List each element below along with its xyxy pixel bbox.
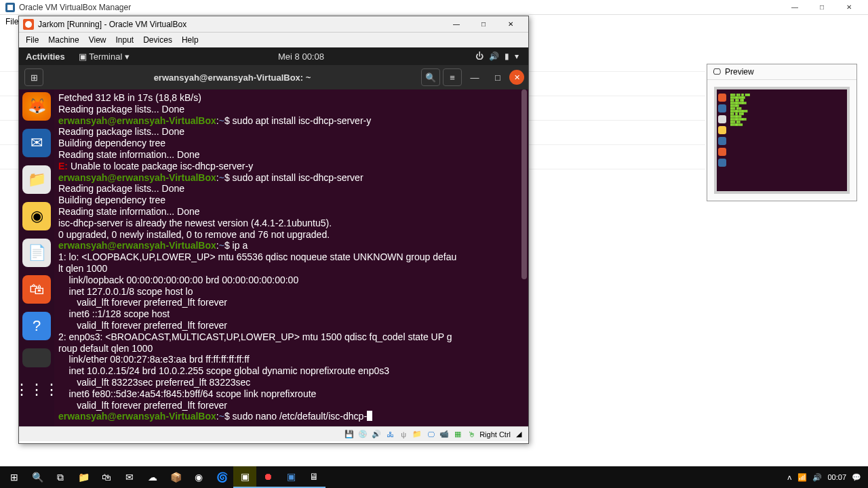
- vm-statusbar: 💾 💿 🔊 🖧 ψ 📁 🖵 📹 ▦ 🖰 Right Ctrl ◢: [19, 426, 528, 441]
- system-tray[interactable]: ᴧ 📶 🔊 00:07 💬: [787, 473, 865, 482]
- vm-title: Jarkom [Running] - Oracle VM VirtualBox: [38, 20, 186, 29]
- preview-icon: 🖵: [713, 67, 721, 77]
- tray-clock[interactable]: 00:07: [827, 473, 846, 481]
- terminal-header: ⊞ erwansyah@erwansyah-VirtualBox: ~ 🔍 ≡ …: [19, 65, 528, 89]
- edge-icon[interactable]: 🌀: [210, 466, 233, 488]
- term-maximize-button[interactable]: □: [488, 68, 508, 87]
- chrome-icon[interactable]: ◉: [187, 466, 210, 488]
- mail-icon[interactable]: ✉: [118, 466, 141, 488]
- app-menu[interactable]: ▣ Terminal ▾: [79, 52, 130, 62]
- vm-window: Jarkom [Running] - Oracle VM VirtualBox …: [18, 16, 529, 444]
- preview-header[interactable]: 🖵 Preview: [707, 64, 856, 80]
- vm-maximize-button[interactable]: □: [470, 17, 497, 32]
- host-titlebar: Oracle VM VirtualBox Manager — □ ✕: [0, 0, 868, 15]
- preview-thumbnail[interactable]: ████ ███ ██ ███████████████████ ███ ████…: [714, 87, 850, 194]
- vm-menubar: File Machine View Input Devices Help: [19, 33, 528, 47]
- box-icon[interactable]: 📦: [164, 466, 187, 488]
- host-close-button[interactable]: ✕: [835, 0, 863, 15]
- svg-point-3: [25, 21, 32, 28]
- store-icon[interactable]: 🛍: [95, 466, 118, 488]
- windows-taskbar: ⊞ 🔍 ⧉ 📁 🛍 ✉ ☁ 📦 ◉ 🌀 ▣ ⏺ ▣ 🖥 ᴧ 📶 🔊 00:07 …: [0, 466, 868, 488]
- weather-icon[interactable]: ☁: [141, 466, 164, 488]
- status-hdd-icon[interactable]: 💾: [344, 429, 355, 440]
- battery-icon[interactable]: ▮: [505, 52, 509, 61]
- status-net-icon[interactable]: 🖧: [384, 429, 395, 440]
- status-shared-icon[interactable]: 📁: [412, 429, 422, 440]
- taskview-button[interactable]: ⧉: [49, 466, 72, 488]
- vm-running-icon[interactable]: 🖥: [302, 466, 326, 488]
- hamburger-button[interactable]: ≡: [443, 68, 462, 86]
- vm-menu-file[interactable]: File: [26, 35, 39, 45]
- virtualbox-logo-icon: [5, 3, 15, 12]
- status-resize-icon[interactable]: ◢: [513, 429, 524, 440]
- vm-titlebar[interactable]: Jarkom [Running] - Oracle VM VirtualBox …: [19, 16, 528, 33]
- vm-minimize-button[interactable]: —: [443, 17, 470, 32]
- status-cpu-icon[interactable]: ▦: [452, 429, 463, 440]
- host-key-label: Right Ctrl: [479, 430, 511, 439]
- status-rec-icon[interactable]: 📹: [439, 429, 450, 440]
- svg-rect-1: [7, 5, 13, 10]
- caret-icon[interactable]: ▾: [515, 52, 519, 61]
- host-menu-file[interactable]: File: [5, 17, 18, 26]
- preview-panel: 🖵 Preview ████ ███ ██ ██████████████████…: [707, 64, 857, 201]
- tray-notif-icon[interactable]: 💬: [852, 473, 861, 482]
- status-audio-icon[interactable]: 🔊: [371, 429, 382, 440]
- tray-wifi-icon[interactable]: 📶: [797, 473, 807, 482]
- vm-menu-machine[interactable]: Machine: [48, 35, 79, 45]
- vm-menu-view[interactable]: View: [89, 35, 106, 45]
- terminal-output[interactable]: Fetched 312 kB in 17s (18,8 kB/s) Readin…: [54, 89, 521, 426]
- vbox-icon[interactable]: ▣: [279, 466, 302, 488]
- terminal-scrollbar[interactable]: [521, 89, 527, 279]
- terminal-body: 🦊 ✉ 📁 ◉ 📄 🛍 ? ⋮⋮⋮ Fetched 312 kB in 17s …: [19, 89, 528, 426]
- search-button[interactable]: 🔍: [421, 68, 440, 86]
- new-tab-button[interactable]: ⊞: [24, 68, 43, 86]
- activities-button[interactable]: Activities: [26, 52, 65, 62]
- vm-menu-help[interactable]: Help: [182, 35, 199, 45]
- gnome-clock[interactable]: Mei 8 00:08: [130, 52, 473, 62]
- host-minimize-button[interactable]: —: [781, 0, 808, 15]
- gnome-top-bar: Activities ▣ Terminal ▾ Mei 8 00:08 ⏻ 🔊 …: [19, 47, 528, 65]
- sound-icon[interactable]: 🔊: [489, 52, 499, 61]
- host-maximize-button[interactable]: □: [808, 0, 835, 15]
- host-title: Oracle VM VirtualBox Manager: [19, 3, 131, 12]
- search-button-win[interactable]: 🔍: [26, 466, 49, 488]
- vm-menu-devices[interactable]: Devices: [143, 35, 172, 45]
- vm-menu-input[interactable]: Input: [116, 35, 134, 45]
- preview-title: Preview: [725, 67, 754, 77]
- tray-sound-icon[interactable]: 🔊: [812, 473, 822, 482]
- status-cd-icon[interactable]: 💿: [357, 429, 368, 440]
- status-usb-icon[interactable]: ψ: [398, 429, 409, 440]
- explorer-icon[interactable]: 📁: [72, 466, 95, 488]
- status-display-icon[interactable]: 🖵: [425, 429, 436, 440]
- term-minimize-button[interactable]: —: [465, 68, 485, 87]
- obs-icon[interactable]: ▣: [233, 466, 256, 488]
- terminal-title: erwansyah@erwansyah-VirtualBox: ~: [45, 73, 420, 83]
- terminal-cursor: [367, 411, 372, 421]
- vm-icon: [23, 19, 34, 30]
- network-icon[interactable]: ⏻: [475, 52, 484, 61]
- record-icon[interactable]: ⏺: [256, 466, 279, 488]
- status-mouse-icon[interactable]: 🖰: [466, 429, 477, 440]
- start-button[interactable]: ⊞: [3, 466, 26, 488]
- vm-close-button[interactable]: ✕: [497, 17, 524, 32]
- term-close-button[interactable]: ✕: [509, 70, 524, 85]
- tray-up-icon[interactable]: ᴧ: [787, 473, 792, 482]
